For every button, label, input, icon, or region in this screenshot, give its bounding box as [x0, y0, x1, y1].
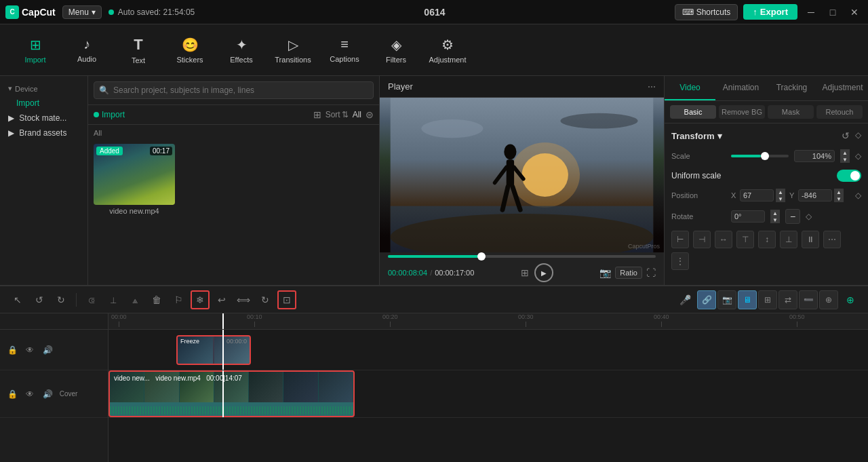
stock-materials-item[interactable]: ▶ Stock mate...: [0, 111, 87, 126]
export-button[interactable]: ↑ Export: [743, 4, 797, 20]
shortcuts-button[interactable]: ⌨ Shortcuts: [675, 4, 738, 20]
tool-effects[interactable]: ✦ Effects: [217, 28, 266, 72]
replace-button[interactable]: ⇄: [778, 290, 797, 309]
pos-y-down-button[interactable]: ▼: [834, 195, 844, 202]
align-center-h-button[interactable]: ⊣: [693, 231, 711, 248]
visibility-main-button[interactable]: 👁: [23, 387, 37, 401]
scale-up-button[interactable]: ▲: [840, 149, 850, 156]
import-button[interactable]: Import: [94, 110, 125, 119]
lock-main-button[interactable]: 🔒: [5, 387, 19, 401]
flip-button[interactable]: ⟺: [234, 290, 253, 309]
subtab-basic[interactable]: Basic: [670, 105, 716, 119]
fullscreen-button[interactable]: ⛶: [646, 267, 656, 278]
align-left-button[interactable]: ⊢: [671, 231, 689, 248]
visibility-freeze-button[interactable]: 👁: [23, 343, 37, 357]
scale-keyframe-icon[interactable]: ◇: [855, 151, 861, 161]
tool-filters[interactable]: ◈ Filters: [372, 28, 420, 72]
pos-y-up-button[interactable]: ▲: [834, 189, 844, 195]
subtab-remove-bg[interactable]: Remove BG: [719, 105, 765, 119]
brand-assets-item[interactable]: ▶ Brand assets: [0, 126, 87, 140]
split-button-3[interactable]: ⟁: [125, 290, 144, 309]
filter-button[interactable]: ⊜: [366, 109, 374, 120]
rotate-down-button[interactable]: ▼: [770, 216, 780, 223]
scale-handle[interactable]: [761, 152, 769, 160]
menu-button[interactable]: Menu ▾: [62, 5, 102, 19]
screenshot-button[interactable]: 📷: [599, 267, 611, 278]
tab-animation[interactable]: Animation: [715, 76, 766, 100]
minimize-button[interactable]: ─: [803, 4, 819, 20]
rotate-keyframe-icon[interactable]: ◇: [806, 212, 812, 221]
ratio-button[interactable]: Ratio: [615, 267, 642, 279]
rotate-input[interactable]: [731, 210, 765, 223]
mic-button[interactable]: 🎤: [675, 290, 694, 309]
scale-down-button[interactable]: ▼: [840, 156, 850, 163]
tab-adjustment[interactable]: Adjustment: [817, 76, 868, 100]
bookmark-button[interactable]: ⚐: [169, 290, 188, 309]
undo-button[interactable]: ↺: [30, 290, 49, 309]
pos-y-input[interactable]: [798, 189, 832, 201]
media-thumbnail[interactable]: Added 00:17: [94, 144, 175, 205]
align-distribute-v-button[interactable]: ⋮: [671, 252, 689, 270]
align-center-v-button[interactable]: ↕: [758, 231, 776, 248]
undo2-button[interactable]: ↩: [212, 290, 231, 309]
tool-text[interactable]: T Text: [114, 28, 163, 72]
scale-value-input[interactable]: [794, 150, 835, 162]
pos-x-down-button[interactable]: ▼: [776, 195, 785, 202]
tool-adjustment[interactable]: ⚙ Adjustment: [423, 28, 472, 72]
audio-main-button[interactable]: 🔊: [41, 387, 54, 401]
maximize-button[interactable]: □: [825, 4, 841, 20]
reset-icon[interactable]: ↺: [842, 130, 850, 141]
split-button-2[interactable]: ⟂: [104, 290, 123, 309]
delete-button[interactable]: 🗑: [147, 290, 166, 309]
position-keyframe-icon[interactable]: ◇: [855, 191, 861, 200]
rotate-up-button[interactable]: ▲: [770, 210, 780, 216]
sort-button[interactable]: Sort ⇅: [326, 110, 349, 119]
rotate-minus-button[interactable]: −: [785, 209, 800, 224]
uniform-scale-toggle[interactable]: [837, 170, 861, 182]
device-section-header[interactable]: ▾ Device: [0, 81, 87, 96]
scale-slider[interactable]: [731, 149, 789, 163]
subtab-retouch[interactable]: Retouch: [816, 105, 863, 119]
grid-view-button[interactable]: ⊞: [313, 109, 321, 120]
close-button[interactable]: ✕: [846, 4, 863, 20]
add-clip-button[interactable]: ⊕: [819, 290, 838, 309]
screen-record-button[interactable]: 🖥: [738, 290, 757, 309]
scrubber-handle[interactable]: [477, 252, 486, 261]
grid-display-button[interactable]: ⊞: [521, 267, 529, 278]
keyframe-icon[interactable]: ◇: [855, 130, 861, 141]
select-tool-button[interactable]: ↖: [8, 290, 27, 309]
align-pause-button[interactable]: ⏸: [802, 231, 819, 248]
subtab-mask[interactable]: Mask: [768, 105, 814, 119]
crop-button[interactable]: ⊡: [277, 290, 296, 309]
list-item[interactable]: Added 00:17 video new.mp4: [94, 144, 175, 282]
scrubber-bar[interactable]: [388, 255, 656, 258]
pos-x-up-button[interactable]: ▲: [776, 189, 785, 195]
align-right-button[interactable]: ↔: [715, 231, 732, 248]
rotate-tl-button[interactable]: ↻: [256, 290, 275, 309]
import-link[interactable]: Import: [0, 96, 87, 111]
redo-button[interactable]: ↻: [52, 290, 71, 309]
split-button-1[interactable]: ⟃: [82, 290, 101, 309]
camera-record-button[interactable]: 📷: [717, 290, 736, 309]
freeze-button[interactable]: ❄: [191, 290, 210, 309]
pos-x-input[interactable]: [740, 189, 774, 201]
remove-clip-button[interactable]: ➖: [799, 290, 818, 309]
zoom-button[interactable]: ⊕: [841, 290, 860, 309]
tool-audio[interactable]: ♪ Audio: [62, 28, 111, 72]
pip-button[interactable]: ⊞: [758, 290, 777, 309]
search-input[interactable]: [94, 81, 374, 99]
lock-freeze-button[interactable]: 🔒: [5, 343, 19, 357]
align-top-button[interactable]: ⊤: [736, 231, 754, 248]
audio-freeze-button[interactable]: 🔊: [41, 343, 54, 357]
tool-transitions[interactable]: ▷ Transitions: [269, 28, 317, 72]
main-video-clip[interactable]: video new... video new.mp4 00:00|14:07: [108, 370, 355, 417]
link-tracks-button[interactable]: 🔗: [697, 290, 716, 309]
tool-stickers[interactable]: 😊 Stickers: [165, 28, 214, 72]
play-button[interactable]: ▶: [534, 263, 553, 282]
align-bottom-button[interactable]: ⊥: [780, 231, 797, 248]
tab-video[interactable]: Video: [665, 76, 715, 100]
align-distribute-h-button[interactable]: ⋯: [823, 231, 841, 248]
tab-tracking[interactable]: Tracking: [766, 76, 817, 100]
tool-captions[interactable]: ≡ Captions: [320, 28, 369, 72]
tool-import[interactable]: ⊞ Import: [11, 28, 60, 72]
